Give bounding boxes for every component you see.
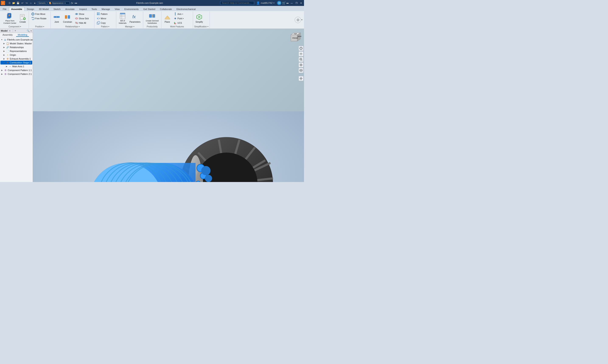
tree-arrow-exhaust[interactable]: ▶ [3,58,6,60]
expand-btn[interactable]: ▸▸ [287,2,289,4]
tree-item-pattern1[interactable]: ▶⚙Component Pattern 1:1 [0,68,32,72]
point-dropdown[interactable]: ▾ [183,18,184,20]
generic-dropdown[interactable]: Generic [37,1,47,5]
tree-arrow-mainaxis[interactable]: ▶ [6,65,9,67]
tree-arrow-model-states[interactable]: ▶ [3,42,6,45]
show-sick-button[interactable]: ! Show Sick [74,16,93,21]
tree-arrow-pattern1[interactable]: ▶ [1,69,4,71]
ribbon-tab-view[interactable]: View [112,7,122,11]
settings-btn[interactable] [298,76,304,81]
ribbon-tab-3d-model[interactable]: 3D Model [37,7,51,11]
tree-item-representations[interactable]: ▶📄Representations [0,49,32,53]
pan-tool[interactable] [298,51,304,56]
fx-btn[interactable]: ƒx [70,1,74,5]
look-tool[interactable] [298,62,304,67]
constrain-button[interactable]: Constrain [62,12,73,25]
plane-button[interactable]: Plane [163,12,172,25]
ribbon-tab-environments[interactable]: Environments [122,7,141,11]
tree-arrow-relationships[interactable]: ▶ [3,46,6,48]
show-button[interactable]: Show [74,12,93,16]
create-button[interactable]: Create [18,12,27,25]
panel-menu-btn[interactable]: ≡ [31,29,32,32]
viewport[interactable]: FRONT TOP RIGHT [33,29,304,182]
home-btn[interactable]: ⌂ [29,1,33,5]
ribbon-tab-electromechanical[interactable]: Electromechanical [174,7,198,11]
tree-item-pattern2[interactable]: ▶⚙Component Pattern 2:1 [0,72,32,76]
ucs-button[interactable]: UCS [172,21,192,25]
copy-button[interactable]: Copy [96,21,115,25]
parameters-button[interactable]: fx Parameters [128,12,142,25]
ribbon-tab-inspect[interactable]: Inspect [77,7,89,11]
pattern-button[interactable]: Pattern [96,12,115,16]
hide-all-button[interactable]: Hide All [74,21,93,25]
tree-arrow-pattern2[interactable]: ▶ [1,73,4,75]
orbit-dropdown[interactable]: ▾ [301,19,302,21]
tree-item-combustion[interactable]: ▼⚙Combustion Stage:1 [0,61,32,65]
ribbon-tab-sketch[interactable]: Sketch [51,7,63,11]
panel-close-btn[interactable]: ✕ [9,30,11,32]
relationships-dropdown-arrow[interactable]: ▾ [79,26,79,27]
search-input[interactable] [220,1,254,5]
ribbon-tab-design[interactable]: Design [25,7,37,11]
orbit-button[interactable]: ⊙ [295,17,301,23]
minimize-btn[interactable]: — [290,1,294,5]
tree-item-relationships[interactable]: ▶🔗Relationships [0,45,32,49]
zoom-tool[interactable] [298,57,304,62]
tree-item-origin[interactable]: ▶⌖Origin [0,53,32,57]
ribbon-tab-get-started[interactable]: Get Started [141,7,158,11]
ribbon-tab-assemble[interactable]: Assemble [9,7,25,11]
simplification-dropdown-arrow[interactable]: ▾ [207,26,208,27]
ribbon-tab-file[interactable]: File [0,7,9,11]
joint-button[interactable]: Joint [52,12,61,25]
create-derived-button[interactable]: Create DerivedSubstitutes [144,12,160,25]
ribbon-tab-annotate[interactable]: Annotate [63,7,77,11]
tree-item-mainaxis[interactable]: ▶↔Main Axis:1 [0,65,32,68]
free-rotate-label: Free Rotate [35,17,46,20]
appearance-dropdown[interactable]: 🎨Appearance▾ [48,1,70,5]
free-rotate-button[interactable]: Free Rotate [30,16,49,21]
tree-arrow-representations[interactable]: ▶ [3,50,6,52]
tree-arrow-combustion[interactable]: ▼ [3,62,6,64]
simplify-button[interactable]: Simplify [194,12,204,25]
ribbon-tab-collaborate[interactable]: Collaborate [158,7,174,11]
full-nav-btn[interactable] [298,68,304,73]
component-dropdown-arrow[interactable]: ▾ [20,26,21,27]
manage-dropdown-arrow[interactable]: ▾ [133,26,134,27]
undo-btn[interactable]: ↩ [20,1,24,5]
ribbon-tab-tools[interactable]: Tools [89,7,99,11]
new-btn[interactable]: 🗋 [8,1,12,5]
tree-arrow-origin[interactable]: ▶ [3,54,6,56]
add-panel-btn[interactable]: + [15,29,16,32]
axis-button[interactable]: Axis ▾ [172,12,192,16]
search-panel-btn[interactable]: 🔍 [27,29,30,32]
place-content-center-button[interactable]: 📦 Place fromContent Center [2,12,18,25]
navigation-cube[interactable]: FRONT TOP RIGHT [287,31,301,45]
pattern-dropdown-arrow[interactable]: ▾ [108,26,109,27]
axis-dropdown[interactable]: ▾ [182,13,183,15]
more-qa[interactable]: ▸▸ [74,1,78,5]
bill-of-materials-button[interactable]: Bill ofMaterials [117,12,128,25]
modeling-tab[interactable]: Modeling [16,33,29,37]
point-button[interactable]: Point ▾ [172,16,192,21]
tree-arrow-root[interactable]: ▼ [1,39,3,41]
position-dropdown-arrow[interactable]: ▾ [43,26,44,27]
tree-item-root[interactable]: ▼🗂FileInfo.com Example.iam [0,38,32,42]
open-btn[interactable]: 📂 [12,1,16,5]
orbit-tool[interactable] [298,46,304,51]
close-btn[interactable]: ✕ [299,1,303,5]
tree-item-exhaust[interactable]: ▶⚙Exhaust Assembly:1 [0,57,32,61]
mirror-button[interactable]: Mirror [96,16,115,21]
restore-btn[interactable]: ❐ [294,1,298,5]
free-move-button[interactable]: Free Move [30,12,49,16]
tree-item-model-states[interactable]: ▶📋Model States: Master [0,42,32,45]
svg-marker-62 [176,23,176,24]
constrain-label: Constrain [63,21,72,23]
save-btn[interactable]: 💾 [16,1,20,5]
cart-icon[interactable]: 🛒 [282,1,286,5]
svg-marker-17 [32,17,32,18]
dropdown-icon[interactable]: ▾ [273,2,274,4]
ribbon-tab-manage[interactable]: Manage [99,7,112,11]
qa-more[interactable]: ▸ [33,1,37,5]
redo-btn[interactable]: ↪ [25,1,28,5]
assembly-tab[interactable]: Assembly [1,33,14,37]
